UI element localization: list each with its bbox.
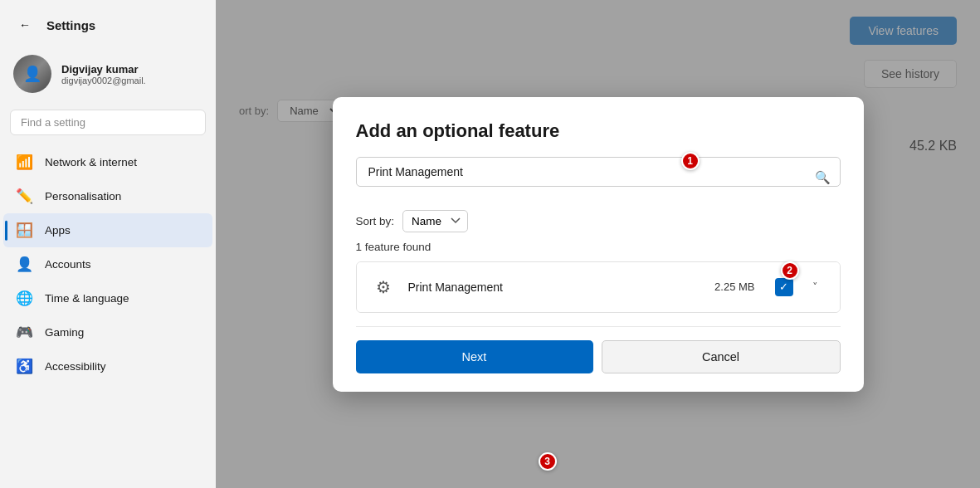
- sidebar-item-apps[interactable]: 🪟 Apps: [3, 213, 212, 247]
- user-profile: 👤 Digvijay kumar digvijay0002@gmail.: [0, 46, 216, 106]
- user-name: Digvijay kumar: [61, 63, 146, 76]
- sidebar-title: Settings: [46, 18, 95, 32]
- annotation-1: 1: [681, 152, 700, 170]
- apps-icon: 🪟: [15, 222, 33, 239]
- sidebar-item-accounts[interactable]: 👤 Accounts: [3, 247, 212, 281]
- sort-row: Sort by: Name Size: [356, 210, 841, 232]
- feature-item-print-management[interactable]: ⚙ Print Management 2.25 MB ✓ ˅: [357, 262, 840, 312]
- accessibility-icon: ♿: [15, 358, 33, 375]
- feature-checkbox[interactable]: ✓: [775, 278, 793, 296]
- sidebar-item-label: Personalisation: [45, 190, 121, 203]
- feature-expand-button[interactable]: ˅: [805, 276, 826, 298]
- annotation-3: 3: [539, 452, 557, 471]
- sort-select[interactable]: Name Size: [402, 210, 468, 232]
- dialog-footer: Next Cancel: [356, 326, 841, 373]
- sidebar-search[interactable]: Find a setting: [10, 110, 206, 135]
- avatar: 👤: [13, 55, 51, 93]
- user-email: digvijay0002@gmail.: [61, 76, 146, 85]
- sidebar-item-label: Time & language: [45, 292, 129, 305]
- sidebar-item-label: Accessibility: [45, 360, 106, 373]
- feature-icon-gear: ⚙: [370, 274, 397, 300]
- sidebar-item-label: Accounts: [45, 258, 91, 271]
- annotation-2: 2: [781, 261, 799, 280]
- sidebar-header: ← Settings: [0, 0, 216, 46]
- feature-search-input[interactable]: [356, 157, 841, 187]
- sort-label: Sort by:: [356, 215, 395, 227]
- avatar-image: 👤: [13, 55, 51, 93]
- features-list: ⚙ Print Management 2.25 MB ✓ ˅: [356, 261, 841, 313]
- sidebar: ← Settings 👤 Digvijay kumar digvijay0002…: [0, 0, 216, 488]
- search-wrapper: 🔍: [356, 157, 841, 198]
- add-optional-feature-dialog: 1 2 3 Add an optional feature 🔍 Sort by:…: [333, 97, 864, 392]
- nav-list: 📶 Network & internet ✏️ Personalisation …: [0, 145, 216, 488]
- main-content: View features See history ort by: Name 4…: [216, 0, 980, 488]
- brush-icon: ✏️: [15, 188, 33, 205]
- found-count-text: 1 feature found: [356, 241, 841, 253]
- back-button[interactable]: ←: [13, 13, 37, 37]
- accounts-icon: 👤: [15, 256, 33, 273]
- gaming-icon: 🎮: [15, 324, 33, 341]
- sidebar-item-network[interactable]: 📶 Network & internet: [3, 145, 212, 179]
- sidebar-item-label: Apps: [45, 224, 71, 237]
- search-icon: 🔍: [815, 170, 831, 185]
- dialog-title: Add an optional feature: [356, 120, 841, 142]
- next-button[interactable]: Next: [356, 340, 593, 373]
- sidebar-item-time[interactable]: 🌐 Time & language: [3, 281, 212, 315]
- sidebar-item-accessibility[interactable]: ♿ Accessibility: [3, 349, 212, 383]
- user-info: Digvijay kumar digvijay0002@gmail.: [61, 63, 146, 85]
- sidebar-item-personalisation[interactable]: ✏️ Personalisation: [3, 179, 212, 213]
- sidebar-item-label: Gaming: [45, 326, 84, 339]
- back-icon: ←: [19, 18, 31, 32]
- modal-overlay: 1 2 3 Add an optional feature 🔍 Sort by:…: [216, 0, 980, 488]
- feature-size: 2.25 MB: [714, 281, 754, 293]
- sidebar-item-gaming[interactable]: 🎮 Gaming: [3, 315, 212, 349]
- sidebar-item-label: Network & internet: [45, 156, 137, 168]
- wifi-icon: 📶: [15, 154, 33, 171]
- globe-icon: 🌐: [15, 290, 33, 307]
- cancel-button[interactable]: Cancel: [602, 340, 841, 373]
- search-placeholder-text: Find a setting: [21, 116, 85, 129]
- feature-name: Print Management: [408, 281, 704, 294]
